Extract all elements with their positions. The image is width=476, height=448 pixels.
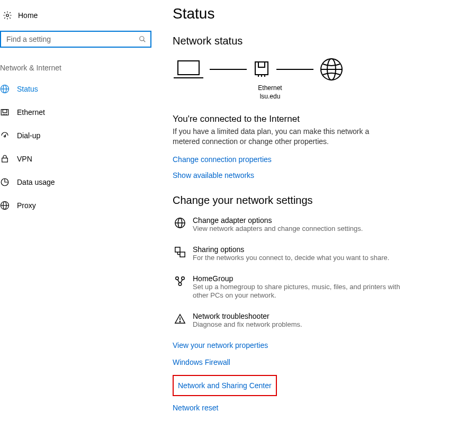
sidebar-item-label: Ethernet — [17, 108, 45, 117]
sidebar-group-header: Network & Internet — [0, 60, 154, 77]
adapter-icon — [173, 216, 187, 229]
connection-line — [276, 69, 313, 70]
network-diagram: Ethernet lsu.edu — [173, 57, 465, 82]
svg-rect-32 — [180, 252, 185, 257]
sharing-icon — [173, 245, 187, 258]
svg-rect-13 — [2, 158, 8, 163]
globe-icon — [319, 57, 344, 82]
vpn-icon — [0, 154, 15, 164]
svg-rect-20 — [255, 62, 268, 75]
svg-point-35 — [176, 276, 179, 280]
svg-point-36 — [182, 276, 185, 280]
option-homegroup[interactable]: HomeGroup Set up a homegroup to share pi… — [173, 274, 465, 301]
option-desc: For the networks you connect to, decide … — [193, 254, 389, 263]
change-connection-properties-link[interactable]: Change connection properties — [173, 155, 465, 164]
option-desc: Set up a homegroup to share pictures, mu… — [193, 283, 415, 301]
connection-line — [210, 69, 247, 70]
network-status-header: Network status — [173, 35, 465, 47]
svg-line-38 — [177, 280, 179, 283]
option-troubleshooter[interactable]: Network troubleshooter Diagnose and fix … — [173, 312, 465, 329]
svg-line-39 — [181, 280, 183, 283]
change-settings-header: Change your network settings — [173, 194, 465, 207]
sidebar-item-label: Dial-up — [17, 131, 40, 140]
svg-point-41 — [179, 321, 180, 322]
windows-firewall-link[interactable]: Windows Firewall — [173, 358, 465, 366]
sidebar-item-label: Status — [17, 85, 38, 93]
option-title: Sharing options — [193, 245, 389, 254]
svg-line-2 — [143, 40, 146, 42]
laptop-icon — [173, 58, 204, 81]
ethernet-caption-line2: lsu.edu — [249, 93, 291, 101]
option-desc: Diagnose and fix network problems. — [193, 320, 302, 329]
home-label: Home — [18, 11, 38, 20]
sidebar-item-status[interactable]: Status — [0, 77, 154, 101]
option-desc: View network adapters and change connect… — [193, 225, 363, 234]
option-change-adapter[interactable]: Change adapter options View network adap… — [173, 216, 465, 234]
sidebar-item-label: Proxy — [17, 201, 36, 210]
svg-point-0 — [6, 14, 9, 17]
home-nav[interactable]: Home — [0, 7, 154, 23]
search-icon — [139, 35, 146, 43]
svg-rect-7 — [3, 110, 7, 113]
search-input[interactable] — [5, 34, 139, 44]
sidebar-item-ethernet[interactable]: Ethernet — [0, 101, 154, 124]
sidebar-item-vpn[interactable]: VPN — [0, 147, 154, 171]
option-title: HomeGroup — [193, 274, 415, 283]
svg-rect-21 — [258, 62, 265, 67]
bottom-links: View your network properties Windows Fir… — [173, 341, 465, 412]
svg-point-1 — [140, 37, 144, 41]
connected-title: You're connected to the Internet — [173, 114, 465, 124]
option-sharing[interactable]: Sharing options For the networks you con… — [173, 245, 465, 263]
main-content: Status Network status — [154, 0, 476, 448]
highlighted-link-box: Network and Sharing Center — [173, 375, 277, 396]
search-input-container[interactable] — [0, 31, 151, 48]
gear-icon — [0, 11, 15, 20]
data-usage-icon — [0, 177, 15, 187]
connected-body: If you have a limited data plan, you can… — [173, 127, 384, 147]
homegroup-icon — [173, 274, 187, 287]
view-network-properties-link[interactable]: View your network properties — [173, 341, 465, 350]
option-title: Network troubleshooter — [193, 312, 302, 320]
sidebar: Home Network & Internet Status Ethernet — [0, 0, 154, 448]
svg-rect-31 — [175, 247, 180, 252]
page-title: Status — [173, 5, 465, 22]
show-available-networks-link[interactable]: Show available networks — [173, 171, 465, 180]
svg-point-37 — [178, 282, 182, 285]
status-icon — [0, 84, 15, 94]
ethernet-caption: Ethernet lsu.edu — [249, 84, 291, 101]
ethernet-adapter-icon — [252, 58, 271, 81]
ethernet-caption-line1: Ethernet — [249, 84, 291, 93]
sidebar-item-proxy[interactable]: Proxy — [0, 194, 154, 217]
svg-rect-18 — [178, 61, 199, 75]
network-sharing-center-link[interactable]: Network and Sharing Center — [178, 381, 272, 390]
option-title: Change adapter options — [193, 216, 363, 225]
troubleshooter-icon — [173, 312, 187, 325]
ethernet-icon — [0, 107, 15, 117]
proxy-icon — [0, 201, 15, 210]
sidebar-item-dialup[interactable]: Dial-up — [0, 124, 154, 147]
sidebar-item-label: VPN — [17, 155, 32, 163]
sidebar-item-label: Data usage — [17, 178, 55, 186]
dialup-icon — [0, 131, 15, 140]
network-reset-link[interactable]: Network reset — [173, 404, 465, 412]
sidebar-item-datausage[interactable]: Data usage — [0, 171, 154, 194]
